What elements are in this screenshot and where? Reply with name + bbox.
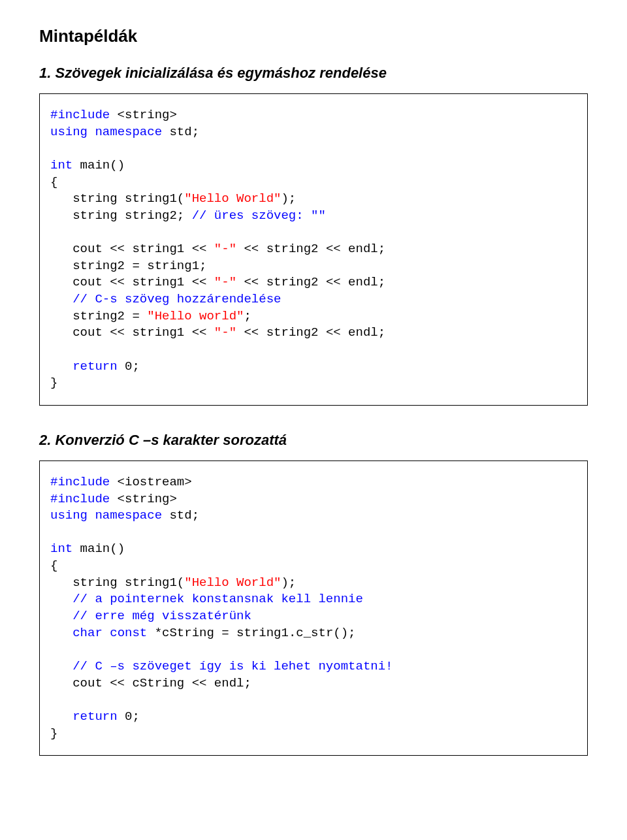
code-token: cout << string1 << <box>50 275 214 289</box>
code-token: << string2 << endl; <box>236 325 385 340</box>
code-block-1: #include <string> using namespace std; i… <box>39 93 588 406</box>
code-token: string2 = <box>50 309 147 323</box>
code-token: ); <box>281 191 296 206</box>
code-token: int <box>50 158 72 172</box>
code-token: return <box>72 709 117 724</box>
code-token: *cString = string1.c_str(); <box>147 626 355 640</box>
code-token: ″-″ <box>214 325 236 340</box>
code-token: namespace <box>95 125 162 139</box>
code-token: cout << string1 << <box>50 242 214 256</box>
code-token <box>50 709 72 724</box>
code-token: // üres szöveg: ″″ <box>192 208 326 223</box>
code-token: #include <box>50 108 110 122</box>
code-token: ); <box>281 575 296 590</box>
code-token: <string> <box>110 108 177 122</box>
code-token: string2 = string1; <box>50 259 206 273</box>
code-token <box>88 508 95 523</box>
code-token: namespace <box>95 508 162 523</box>
code-token: <string> <box>110 492 177 506</box>
code-token: string string2; <box>50 208 192 223</box>
code-block-2: #include <iostream> #include <string> us… <box>39 460 588 756</box>
code-token: std; <box>162 508 199 523</box>
code-token: main() <box>72 158 125 172</box>
code-token: cout << cString << endl; <box>50 676 251 690</box>
code-token: const <box>110 626 147 640</box>
code-token: 0; <box>118 359 140 374</box>
code-token: string string1( <box>50 191 184 206</box>
code-token: #include <box>50 492 110 506</box>
code-token: << string2 << endl; <box>236 242 385 256</box>
code-token: << string2 << endl; <box>236 275 385 289</box>
code-token <box>88 125 95 139</box>
code-token: { <box>50 558 57 573</box>
code-token: #include <box>50 475 110 489</box>
code-token: string string1( <box>50 575 184 590</box>
code-token: 0; <box>118 709 140 724</box>
example-2-heading: 2. Konverzió C –s karakter sorozattá <box>39 432 588 449</box>
code-token: cout << string1 << <box>50 325 214 340</box>
code-token <box>50 359 72 374</box>
code-token: // a pointernek konstansnak kell lennie <box>50 592 363 606</box>
code-token: // C-s szöveg hozzárendelése <box>50 292 281 306</box>
code-token: "Hello World" <box>184 575 281 590</box>
code-token: using <box>50 508 88 523</box>
code-token: ″-″ <box>214 275 236 289</box>
code-token: char <box>72 626 103 640</box>
code-token <box>103 626 110 640</box>
code-token: ″-″ <box>214 242 236 256</box>
code-token: std; <box>162 125 199 139</box>
code-token: // C –s szöveget így is ki lehet nyomtat… <box>50 659 393 673</box>
code-token: main() <box>72 541 125 556</box>
code-token <box>50 626 72 640</box>
page-title: Mintapéldák <box>39 26 588 46</box>
code-token: } <box>50 726 57 741</box>
example-1-heading: 1. Szövegek inicializálása és egymáshoz … <box>39 65 588 82</box>
code-token: "Hello world" <box>147 309 244 323</box>
code-token: } <box>50 376 57 390</box>
code-token: using <box>50 125 88 139</box>
code-token: "Hello World" <box>184 191 281 206</box>
code-token: int <box>50 541 72 556</box>
code-token: ; <box>244 309 251 323</box>
code-token: { <box>50 175 57 189</box>
code-token: return <box>72 359 117 374</box>
code-token: <iostream> <box>110 475 191 489</box>
code-token: // erre még visszatérünk <box>50 609 251 623</box>
